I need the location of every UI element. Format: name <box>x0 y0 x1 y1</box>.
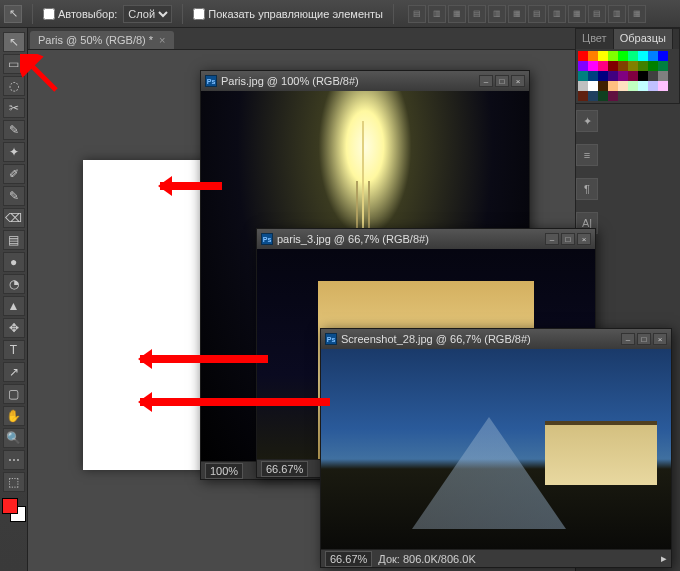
panel-icon[interactable]: ¶ <box>576 178 598 200</box>
tool-button[interactable]: ⬚ <box>3 472 25 492</box>
image-viewport[interactable] <box>321 349 671 549</box>
minimize-button[interactable]: – <box>479 75 493 87</box>
panel-icon[interactable]: ≡ <box>576 144 598 166</box>
swatch[interactable] <box>588 91 598 101</box>
swatch[interactable] <box>588 61 598 71</box>
tool-button[interactable]: ✎ <box>3 120 25 140</box>
swatch[interactable] <box>588 71 598 81</box>
swatch[interactable] <box>638 81 648 91</box>
swatch[interactable] <box>638 61 648 71</box>
autoselect-checkbox[interactable] <box>43 8 55 20</box>
swatch[interactable] <box>628 81 638 91</box>
swatch[interactable] <box>658 71 668 81</box>
close-button[interactable]: × <box>653 333 667 345</box>
swatch[interactable] <box>598 91 608 101</box>
align-icon[interactable]: ▦ <box>628 5 646 23</box>
tool-button[interactable]: ✦ <box>3 142 25 162</box>
swatch[interactable] <box>658 51 668 61</box>
swatch[interactable] <box>578 91 588 101</box>
swatch[interactable] <box>578 61 588 71</box>
swatch[interactable] <box>628 51 638 61</box>
maximize-button[interactable]: □ <box>495 75 509 87</box>
window-titlebar[interactable]: PsParis.jpg @ 100% (RGB/8#)–□× <box>201 71 529 91</box>
swatch[interactable] <box>618 71 628 81</box>
tool-button[interactable]: ▢ <box>3 384 25 404</box>
align-icon[interactable]: ▤ <box>588 5 606 23</box>
swatch[interactable] <box>648 81 658 91</box>
swatch[interactable] <box>648 71 658 81</box>
tool-button[interactable]: ✂ <box>3 98 25 118</box>
swatch[interactable] <box>648 51 658 61</box>
tool-button[interactable]: ✎ <box>3 186 25 206</box>
swatch[interactable] <box>598 51 608 61</box>
swatch[interactable] <box>578 51 588 61</box>
swatch[interactable] <box>608 71 618 81</box>
swatch[interactable] <box>608 91 618 101</box>
align-icon[interactable]: ▥ <box>548 5 566 23</box>
swatch[interactable] <box>618 81 628 91</box>
maximize-button[interactable]: □ <box>637 333 651 345</box>
window-titlebar[interactable]: PsScreenshot_28.jpg @ 66,7% (RGB/8#)–□× <box>321 329 671 349</box>
swatch[interactable] <box>578 81 588 91</box>
zoom-field[interactable]: 100% <box>205 463 243 479</box>
tool-button[interactable]: ⋯ <box>3 450 25 470</box>
panel-icon[interactable]: ✦ <box>576 110 598 132</box>
swatch[interactable] <box>638 51 648 61</box>
tool-button[interactable]: ↖ <box>3 32 25 52</box>
swatch[interactable] <box>628 71 638 81</box>
maximize-button[interactable]: □ <box>561 233 575 245</box>
tool-button[interactable]: ▤ <box>3 230 25 250</box>
align-icon[interactable]: ▤ <box>408 5 426 23</box>
align-icon[interactable]: ▥ <box>608 5 626 23</box>
show-controls-checkbox[interactable] <box>193 8 205 20</box>
swatch[interactable] <box>628 61 638 71</box>
autoselect-dropdown[interactable]: Слой <box>123 5 172 23</box>
swatch[interactable] <box>608 61 618 71</box>
align-icon[interactable]: ▦ <box>508 5 526 23</box>
window-titlebar[interactable]: Psparis_3.jpg @ 66,7% (RGB/8#)–□× <box>257 229 595 249</box>
tool-button[interactable]: ✐ <box>3 164 25 184</box>
tool-button[interactable]: ▲ <box>3 296 25 316</box>
align-icon[interactable]: ▥ <box>488 5 506 23</box>
tool-button[interactable]: ✋ <box>3 406 25 426</box>
tool-button[interactable]: T <box>3 340 25 360</box>
swatch[interactable] <box>658 81 668 91</box>
swatch[interactable] <box>618 61 628 71</box>
swatch[interactable] <box>588 81 598 91</box>
swatch[interactable] <box>608 81 618 91</box>
document-tab[interactable]: Paris @ 50% (RGB/8) * × <box>30 31 174 49</box>
swatch[interactable] <box>598 61 608 71</box>
swatch[interactable] <box>608 51 618 61</box>
tab-color[interactable]: Цвет <box>576 29 614 49</box>
swatch[interactable] <box>658 61 668 71</box>
swatch[interactable] <box>598 81 608 91</box>
swatch[interactable] <box>598 71 608 81</box>
document-window[interactable]: PsScreenshot_28.jpg @ 66,7% (RGB/8#)–□×6… <box>320 328 672 568</box>
minimize-button[interactable]: – <box>545 233 559 245</box>
autoselect-control[interactable]: Автовыбор: <box>43 8 117 20</box>
color-wells[interactable] <box>2 498 26 522</box>
tool-button[interactable]: 🔍 <box>3 428 25 448</box>
align-icon[interactable]: ▤ <box>528 5 546 23</box>
align-icon[interactable]: ▥ <box>428 5 446 23</box>
swatch[interactable] <box>648 61 658 71</box>
tab-swatches[interactable]: Образцы <box>614 29 673 49</box>
swatch[interactable] <box>618 51 628 61</box>
tool-button[interactable]: ✥ <box>3 318 25 338</box>
minimize-button[interactable]: – <box>621 333 635 345</box>
tool-button[interactable]: ↗ <box>3 362 25 382</box>
status-arrow-icon[interactable]: ▸ <box>661 552 667 565</box>
show-controls-control[interactable]: Показать управляющие элементы <box>193 8 383 20</box>
zoom-field[interactable]: 66.67% <box>325 551 372 567</box>
swatch[interactable] <box>578 71 588 81</box>
swatch[interactable] <box>638 71 648 81</box>
tool-button[interactable]: ● <box>3 252 25 272</box>
swatch[interactable] <box>588 51 598 61</box>
align-icon[interactable]: ▤ <box>468 5 486 23</box>
close-icon[interactable]: × <box>159 34 165 46</box>
tool-button[interactable]: ◔ <box>3 274 25 294</box>
align-icon[interactable]: ▦ <box>448 5 466 23</box>
zoom-field[interactable]: 66.67% <box>261 461 308 477</box>
foreground-color[interactable] <box>2 498 18 514</box>
close-button[interactable]: × <box>577 233 591 245</box>
